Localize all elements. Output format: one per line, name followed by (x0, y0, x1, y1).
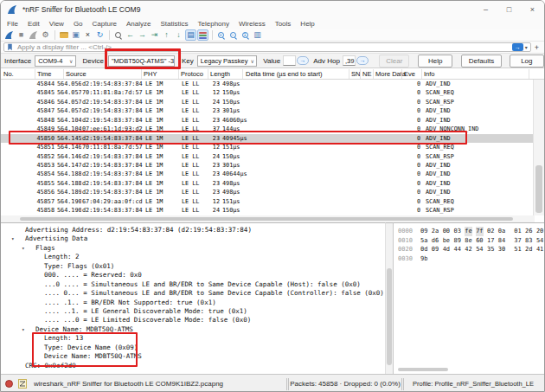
close-file-icon[interactable]: × (82, 29, 93, 41)
hex-byte[interactable]: 30 (498, 245, 505, 254)
menu-help[interactable]: Help (300, 20, 314, 28)
open-file-icon[interactable] (58, 29, 69, 41)
hex-byte[interactable]: 41 (536, 245, 543, 254)
advhop-apply-icon[interactable] (356, 56, 369, 65)
detail-line[interactable]: Device Name: MDBT50Q-ATMS (1, 352, 385, 361)
detail-line[interactable]: Type: Device Name (0x09) (1, 344, 385, 352)
menu-view[interactable]: View (49, 20, 64, 28)
save-file-icon[interactable]: ▣ (70, 29, 81, 41)
menu-go[interactable]: Go (74, 20, 83, 28)
hex-byte[interactable]: 09 (420, 227, 427, 236)
interface-select[interactable]: COM9-4 (35, 55, 76, 67)
column-separator[interactable] (360, 69, 361, 79)
hex-byte[interactable]: 02 (487, 227, 494, 236)
detail-line[interactable]: .... 0... = Simultaneous LE and BR/EDR t… (1, 289, 385, 298)
column-header-phy[interactable]: PHY (144, 68, 157, 80)
column-header-protoco[interactable]: Protoco (181, 68, 203, 80)
detail-line[interactable]: .... .1.. = BR/EDR Not Supported: true (… (1, 299, 385, 307)
scrollbar-thumb[interactable] (387, 268, 392, 365)
menu-wireless[interactable]: Wireless (239, 20, 266, 28)
detail-line[interactable]: Length: 2 (1, 253, 385, 261)
column-separator[interactable] (401, 69, 402, 79)
maximize-button[interactable]: □ (497, 1, 521, 18)
column-header-source[interactable]: Source (66, 68, 87, 80)
packet-list-horizontal-scrollbar[interactable] (1, 215, 535, 222)
resize-columns-icon[interactable]: ▥ (252, 29, 263, 41)
column-separator[interactable] (63, 69, 64, 79)
restart-capture-icon[interactable] (28, 29, 39, 41)
column-separator[interactable] (349, 69, 349, 79)
go-back-icon[interactable]: ← (125, 29, 136, 41)
packet-row-45845[interactable]: 45845564.05770:11:81:8a:7d:57LE 1MLE LL1… (1, 88, 535, 97)
hex-byte[interactable]: 26 (525, 227, 532, 236)
reload-file-icon[interactable]: ↻ (94, 29, 106, 41)
hex-byte[interactable]: 03 (453, 227, 460, 236)
hex-byte[interactable]: 35 (487, 245, 494, 254)
column-header-length[interactable]: Length (210, 68, 230, 80)
menu-statistics[interactable]: Statistics (161, 20, 189, 28)
hex-byte[interactable]: 51 (514, 245, 521, 254)
menu-tools[interactable]: Tools (275, 20, 292, 28)
detail-line[interactable]: Type: Flags (0x01) (1, 262, 385, 271)
hex-byte[interactable]: 54 (476, 245, 483, 254)
bookmark-icon[interactable] (6, 43, 14, 51)
capture-options-icon[interactable]: ⚙ (40, 29, 51, 41)
packet-row-45857[interactable]: 45857564.19067:04:29:aa:0f:cdLE 1MLE LL1… (1, 197, 535, 206)
column-separator[interactable] (242, 69, 243, 79)
menu-file[interactable]: File (7, 20, 18, 28)
start-capture-icon[interactable] (3, 29, 15, 41)
hex-byte[interactable]: 09 (432, 245, 439, 254)
advhop-input[interactable]: ,39 (343, 55, 356, 66)
go-last-icon[interactable]: ↓ (173, 29, 184, 41)
apply-filter-icon[interactable] (512, 43, 523, 51)
log-button[interactable]: Log (510, 55, 544, 67)
column-header-info[interactable]: Info (424, 68, 435, 80)
find-packet-icon[interactable] (112, 29, 124, 41)
detail-line[interactable]: CRC: 0x9cf2d9 (1, 362, 385, 370)
menu-analyze[interactable]: Analyze (126, 20, 151, 28)
hex-byte[interactable]: 2d (525, 245, 532, 254)
display-filter-input[interactable]: Apply a display filter ... <Ctrl-/> (3, 42, 531, 52)
column-separator[interactable] (35, 69, 35, 79)
packet-row-45855[interactable]: 45855564.188d2:19:54:83:37:84LE 1MLE LL2… (1, 179, 535, 188)
hex-byte[interactable]: 84 (498, 236, 505, 246)
scrollbar-thumb[interactable] (20, 217, 513, 221)
hex-byte[interactable]: 83 (525, 236, 532, 246)
hex-byte[interactable]: 7f (476, 227, 483, 236)
expand-arrow-icon[interactable]: ▾ (22, 244, 25, 253)
detail-line[interactable]: Length: 13 (1, 334, 385, 343)
close-button[interactable]: × (521, 1, 544, 18)
hex-byte[interactable]: 42 (465, 245, 471, 254)
auto-scroll-icon[interactable]: ▤ (185, 29, 196, 41)
value-apply-icon[interactable] (297, 56, 309, 65)
hex-byte[interactable]: 2a (432, 227, 439, 236)
defaults-button[interactable]: Defaults (461, 55, 501, 67)
column-header-ne[interactable]: NE (362, 68, 371, 80)
column-separator[interactable] (208, 69, 208, 79)
column-header-no-[interactable]: No. (3, 68, 14, 80)
profile-name[interactable]: Profile: Profile_nRF_Sniffer_Bluetooth_L… (404, 380, 544, 388)
packet-row-45854[interactable]: 45854564.188d2:19:54:83:37:84LE 1MLE LL2… (1, 170, 535, 178)
detail-line[interactable]: ▾Advertising Data (1, 235, 385, 243)
filter-dropdown-icon[interactable] (525, 44, 528, 50)
packet-row-45847[interactable]: 45847564.057d2:19:54:83:37:84LE 1MLE LL2… (1, 106, 535, 115)
help-button[interactable]: Help (418, 55, 452, 67)
scrollbar-thumb[interactable] (535, 165, 542, 213)
add-filter-button[interactable]: + (535, 43, 539, 52)
detail-line[interactable]: ▾Device Name: MDBT50Q-ATMS (1, 325, 385, 334)
column-separator[interactable] (141, 69, 142, 79)
colorize-icon[interactable] (197, 29, 208, 41)
hex-byte[interactable]: 0a (498, 227, 505, 236)
column-header-sn[interactable]: SN (351, 68, 360, 80)
packet-row-45849[interactable]: 45849564.10407:ee:61:1d:93:d2LE 1MLE LL3… (1, 125, 535, 133)
minimize-button[interactable]: – (474, 1, 497, 18)
bytes-horizontal-scrollbar[interactable] (398, 368, 448, 371)
detail-line[interactable]: ...0 .... = Simultaneous LE and BR/EDR t… (1, 280, 385, 289)
hex-byte[interactable]: 20 (536, 227, 543, 236)
column-header-delta-time-s-end-to-start-[interactable]: Delta time (µs end to start) (246, 68, 323, 80)
menu-telephony[interactable]: Telephony (198, 20, 229, 28)
hex-byte[interactable]: 44 (453, 245, 460, 254)
packet-row-45844[interactable]: 45844564.056d2:19:54:83:37:84LE 1MLE LL2… (1, 80, 535, 88)
hex-byte[interactable]: 37 (514, 236, 521, 246)
device-select[interactable]: "MDBT50Q-ATMS" -3 (108, 55, 175, 67)
